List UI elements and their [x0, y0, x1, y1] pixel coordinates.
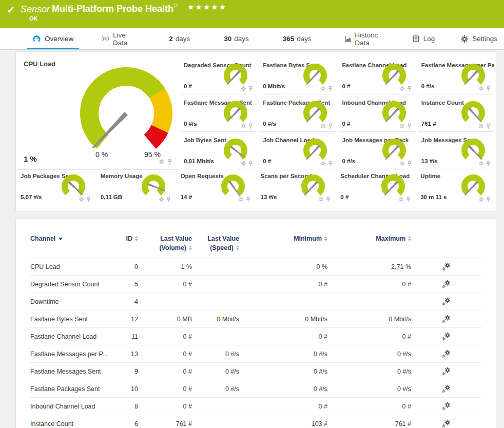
gauge-value: 14 # [181, 194, 192, 200]
channel-settings-gears-icon[interactable] [441, 314, 451, 324]
mini-gauge [222, 137, 249, 163]
pin-icon[interactable] [406, 123, 412, 129]
gauges-panel: CPU Load x̄ 0 % 95 % 1 % [15, 51, 496, 212]
mini-gauge-panel: Scans per Second 13 #/s [257, 170, 334, 205]
minimum-value: 0 #/s [239, 368, 327, 375]
mini-gauge [299, 173, 327, 199]
column-header-channel[interactable]: Channel [30, 234, 112, 243]
pin-icon[interactable] [486, 197, 491, 203]
pin-icon[interactable] [327, 161, 333, 167]
gauge-title: Memory Usage [101, 173, 143, 179]
mini-gauge-panel: Job Packages Sent 5,07 #/s [17, 170, 94, 205]
tab-365-days[interactable]: 365 days [276, 28, 318, 49]
sort-caret-icon [59, 238, 63, 240]
channel-settings-gears-icon[interactable] [441, 262, 451, 271]
gauge-settings-gear-icon[interactable] [320, 161, 326, 166]
column-header-maximum[interactable]: Maximum [327, 234, 411, 243]
gauge-settings-gear-icon[interactable] [320, 86, 326, 91]
gauge-settings-gear-icon[interactable] [159, 159, 165, 165]
mini-gauge [222, 100, 249, 125]
gauge-value: 0 Mbit/s [263, 83, 285, 89]
gauge-value: 13 #/s [421, 158, 438, 164]
maximum-value: 0 # [327, 333, 411, 340]
mini-gauge-panel: Fastlane Channel Load 0 # [339, 52, 415, 94]
minimum-value: 0 #/s [239, 385, 327, 393]
channel-settings-gears-icon[interactable] [441, 366, 451, 376]
pin-icon[interactable] [327, 86, 333, 92]
tab-settings[interactable]: Settings [454, 28, 504, 49]
last-value-volume: 0 # [138, 281, 192, 288]
gauge-settings-gear-icon[interactable] [399, 161, 405, 166]
pin-icon[interactable] [245, 197, 251, 203]
pin-icon[interactable] [327, 123, 333, 129]
pin-icon[interactable] [486, 161, 491, 167]
tab-30-days[interactable]: 30 days [217, 28, 256, 49]
gauge-value: 761 # [421, 121, 436, 127]
prtg-sensor-page: ✓ Sensor Multi-Platform Probe Health ⚐ ★… [0, 0, 504, 428]
tab-2-days[interactable]: 2 days [162, 28, 197, 49]
priority-flag-icon[interactable]: ⚐ [173, 2, 179, 10]
gauge-max-label: 95 % [144, 150, 161, 159]
pin-icon[interactable] [167, 159, 173, 165]
tab-overview[interactable]: Overview [26, 28, 80, 49]
maximum-value: 2,71 % [327, 263, 411, 270]
gauge-settings-gear-icon[interactable] [320, 123, 326, 129]
channel-settings-gears-icon[interactable] [441, 332, 451, 341]
gauge-settings-gear-icon[interactable] [478, 161, 484, 166]
status-badge: OK [29, 15, 38, 22]
tab-label-unit: days [234, 35, 249, 43]
gauge-settings-gear-icon[interactable] [399, 123, 405, 129]
tab-live-data[interactable]: Live Data [94, 28, 143, 49]
gauge-settings-gear-icon[interactable] [478, 86, 484, 91]
pin-icon[interactable] [486, 123, 491, 129]
column-header-id[interactable]: ID [112, 234, 138, 243]
channel-settings-gears-icon[interactable] [441, 384, 451, 394]
gauge-settings-gear-icon[interactable] [79, 197, 84, 202]
table-row: Downtime -4 [30, 293, 481, 310]
column-header-last-value-volume[interactable]: Last Value (Volume) [138, 234, 192, 252]
column-header-last-value-speed[interactable]: Last Value (Speed) [192, 234, 239, 252]
mini-gauge-panel: Memory Usage 0,11 GB [98, 170, 175, 205]
gauge-settings-gear-icon[interactable] [241, 123, 246, 129]
pin-icon[interactable] [248, 161, 254, 167]
channel-name: Fastlane Bytes Sent [30, 316, 112, 323]
pin-icon[interactable] [86, 197, 91, 203]
mini-gauge-panel: Fastlane Messages Sent 0 #/s [181, 94, 257, 132]
gauge-settings-gear-icon[interactable] [241, 86, 246, 91]
pin-icon[interactable] [486, 86, 491, 92]
pin-icon[interactable] [248, 123, 254, 129]
column-header-minimum[interactable]: Minimum [239, 234, 327, 243]
last-value-volume: 0 # [138, 403, 192, 410]
gauge-settings-gear-icon[interactable] [318, 197, 324, 202]
pin-icon[interactable] [406, 161, 412, 167]
pin-icon[interactable] [248, 86, 254, 92]
gauge-settings-gear-icon[interactable] [478, 123, 484, 129]
gauge-value: 0 # [263, 158, 271, 164]
minimum-value: 0 # [239, 281, 327, 288]
gauge-settings-gear-icon[interactable] [398, 197, 404, 202]
gauge-settings-gear-icon[interactable] [478, 197, 484, 202]
tab-log[interactable]: Log [405, 28, 442, 49]
gauge-settings-gear-icon[interactable] [159, 197, 164, 202]
gauge-settings-gear-icon[interactable] [241, 161, 246, 166]
minimum-value: 0 #/s [239, 351, 327, 358]
mini-gauge [459, 62, 487, 88]
channel-settings-gears-icon[interactable] [441, 419, 451, 428]
channel-settings-gears-icon[interactable] [441, 349, 451, 359]
cpu-load-gauge [75, 62, 178, 165]
tab-historic-data[interactable]: Historic Data [338, 28, 393, 49]
channel-settings-gears-icon[interactable] [441, 279, 451, 289]
gauge-settings-gear-icon[interactable] [399, 86, 405, 91]
mini-gauge [60, 173, 87, 199]
mini-gauge [301, 137, 329, 163]
priority-stars[interactable]: ★★★★★ [187, 3, 227, 12]
channel-settings-gears-icon[interactable] [441, 297, 451, 306]
tab-label-number: 2 [169, 35, 173, 43]
gauge-settings-gear-icon[interactable] [238, 197, 244, 202]
channel-settings-gears-icon[interactable] [441, 401, 451, 411]
pin-icon[interactable] [406, 86, 412, 92]
pin-icon[interactable] [405, 197, 411, 203]
pin-icon[interactable] [325, 197, 331, 203]
pin-icon[interactable] [166, 197, 171, 203]
table-row: Instance Count 6 761 # 103 # 761 # [30, 415, 481, 428]
